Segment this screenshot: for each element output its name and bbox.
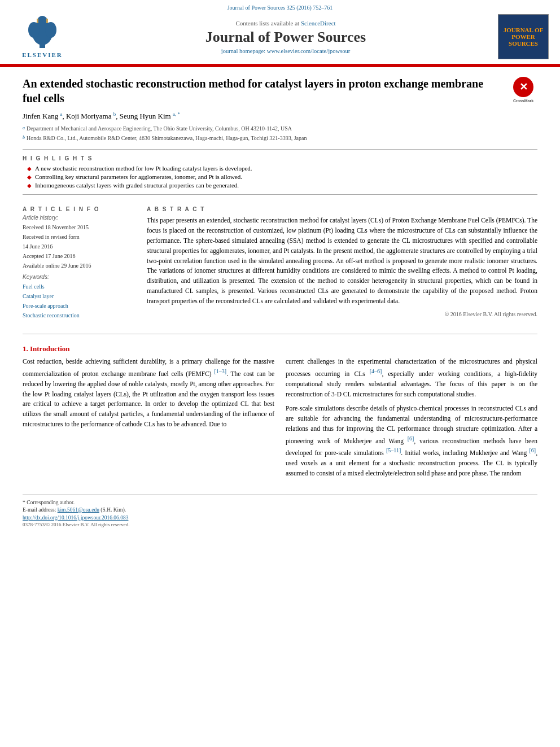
elsevier-tree-icon [23, 16, 62, 50]
highlight-text-3: Inhomogeneous catalyst layers with grade… [35, 182, 239, 189]
keyword-3: Pore-scale approach [23, 301, 135, 311]
logo-title-3: SOURCES [509, 40, 538, 47]
journal-citation: Journal of Power Sources 325 (2016) 752–… [228, 5, 333, 11]
bullet-3: ◆ [27, 182, 32, 189]
email-label: E-mail address: [23, 507, 56, 513]
abstract-text: This paper presents an extended, stochas… [147, 216, 537, 306]
intro-right-p1: current challenges in the experimental c… [286, 357, 537, 399]
journal-title: Journal of Power Sources [73, 29, 498, 46]
intro-left-p1: Cost reduction, beside achieving suffici… [23, 357, 274, 430]
intro-heading: 1. Introduction [23, 344, 537, 353]
journal-center: Contents lists available at ScienceDirec… [73, 20, 498, 54]
affiliation-b: b Honda R&D Co., Ltd., Automobile R&D Ce… [23, 134, 537, 142]
ref-6[interactable]: [6] [408, 435, 414, 442]
keyword-4: Stochastic reconstruction [23, 311, 135, 320]
date-online: Available online 29 June 2016 [23, 261, 135, 270]
keyword-2: Catalyst layer [23, 291, 135, 301]
date-accepted: Accepted 17 June 2016 [23, 251, 135, 261]
corresponding-label: * Corresponding author. [23, 500, 75, 505]
affil-sup-a: a [23, 125, 25, 132]
journal-top-bar: Journal of Power Sources 325 (2016) 752–… [11, 5, 549, 11]
highlights-label: H I G H L I G H T S [23, 155, 537, 161]
email-note: E-mail address: kim.5061@osu.edu (S.H. K… [23, 507, 537, 513]
date-received: Received 18 November 2015 [23, 222, 135, 232]
elsevier-logo: ELSEVIER [11, 16, 73, 58]
affil-text-b: Honda R&D Co., Ltd., Automobile R&D Cent… [27, 134, 307, 142]
highlight-text-1: A new stochastic reconstruction method f… [35, 165, 252, 172]
article-content: An extended stochastic reconstruction me… [0, 67, 560, 536]
article-dates: Received 18 November 2015 Received in re… [23, 222, 135, 270]
elsevier-label: ELSEVIER [22, 51, 63, 58]
sciencedirect-link[interactable]: ScienceDirect [301, 20, 336, 27]
divider-1 [23, 149, 537, 150]
journal-header: Journal of Power Sources 325 (2016) 752–… [0, 0, 560, 65]
issn-line: 0378-7753/© 2016 Elsevier B.V. All right… [23, 522, 537, 527]
ref-4-6[interactable]: [4–6] [370, 368, 382, 374]
corresponding-author-note: * Corresponding author. [23, 500, 537, 505]
divider-3 [23, 334, 537, 334]
logo-title-1: JOURNAL OF [504, 27, 544, 33]
affiliation-a: a Department of Mechanical and Aerospace… [23, 124, 537, 133]
article-title-text: An extended stochastic reconstruction me… [23, 77, 483, 104]
affiliations: a Department of Mechanical and Aerospace… [23, 124, 537, 142]
sciencedirect-line: Contents lists available at ScienceDirec… [73, 20, 498, 27]
ref-6b[interactable]: [6] [529, 447, 536, 453]
copyright-line: © 2016 Elsevier B.V. All rights reserved… [147, 311, 537, 317]
highlight-item-1: ◆ A new stochastic reconstruction method… [27, 165, 537, 172]
date-revised-label: Received in revised form [23, 232, 135, 242]
keywords-label: Keywords: [23, 274, 135, 280]
highlight-text-2: Controlling key structural parameters fo… [35, 173, 242, 180]
journal-banner: ELSEVIER Contents lists available at Sci… [11, 14, 549, 64]
article-info-abstract-row: A R T I C L E I N F O Article history: R… [23, 200, 537, 326]
article-info-label: A R T I C L E I N F O [23, 206, 135, 212]
crossmark-badge: ✕ CrossMark [509, 76, 537, 104]
intro-two-col: Cost reduction, beside achieving suffici… [23, 357, 537, 483]
crossmark-label: CrossMark [513, 98, 533, 103]
article-footer: * Corresponding author. E-mail address: … [23, 495, 537, 527]
svg-rect-6 [46, 19, 48, 23]
bullet-1: ◆ [27, 165, 32, 172]
phase-word: phase [431, 470, 446, 477]
date-revised: 14 June 2016 [23, 242, 135, 251]
intro-right-p2: Pore-scale simulations describe details … [286, 404, 537, 478]
email-name: (S.H. Kim). [100, 507, 126, 513]
history-label: Article history: [23, 215, 135, 221]
highlight-item-3: ◆ Inhomogeneous catalyst layers with gra… [27, 182, 537, 189]
keywords-list: Fuel cells Catalyst layer Pore-scale app… [23, 282, 135, 320]
crossmark-icon: ✕ [513, 77, 533, 97]
page: Journal of Power Sources 325 (2016) 752–… [0, 0, 560, 747]
divider-2 [23, 194, 537, 195]
doi-link[interactable]: http://dx.doi.org/10.1016/j.jpowsour.201… [23, 515, 537, 521]
ref-5-11[interactable]: [5–11] [386, 447, 401, 453]
article-info-section: A R T I C L E I N F O Article history: R… [23, 206, 135, 320]
introduction-section: 1. Introduction Cost reduction, beside a… [23, 344, 537, 483]
abstract-col: A B S T R A C T This paper presents an e… [147, 200, 537, 326]
ref-1-3[interactable]: [1–3] [214, 368, 226, 374]
svg-rect-5 [37, 19, 38, 23]
highlight-item-2: ◆ Controlling key structural parameters … [27, 173, 537, 180]
logo-title-2: POWER [511, 33, 535, 40]
bullet-2: ◆ [27, 174, 32, 180]
article-title-section: An extended stochastic reconstruction me… [23, 76, 537, 106]
abstract-paragraph: This paper presents an extended, stochas… [147, 216, 537, 306]
article-info-col: A R T I C L E I N F O Article history: R… [23, 200, 135, 326]
email-link[interactable]: kim.5061@osu.edu [58, 507, 99, 513]
journal-homepage-url[interactable]: www.elsevier.com/locate/jpowsour [267, 48, 350, 54]
intro-right-col: current challenges in the experimental c… [286, 357, 537, 483]
affil-text-a: Department of Mechanical and Aerospace E… [27, 124, 292, 133]
intro-left-col: Cost reduction, beside achieving suffici… [23, 357, 274, 483]
journal-homepage: journal homepage: www.elsevier.com/locat… [73, 48, 498, 54]
highlights-list: ◆ A new stochastic reconstruction method… [23, 165, 537, 189]
abstract-label: A B S T R A C T [147, 206, 537, 212]
affil-sup-b: b [23, 134, 25, 141]
keyword-1: Fuel cells [23, 282, 135, 291]
authors-line: Jinfen Kang a, Koji Moriyama b, Seung Hy… [23, 111, 537, 121]
journal-logo-box: JOURNAL OF POWER SOURCES [498, 14, 549, 59]
